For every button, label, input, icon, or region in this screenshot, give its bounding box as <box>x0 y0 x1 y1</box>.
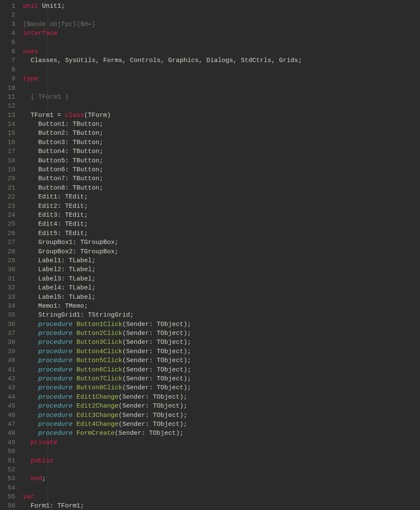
code-line[interactable]: Button8: TButton; <box>23 184 420 193</box>
code-line[interactable] <box>23 65 420 74</box>
line-number: 35 <box>0 311 15 320</box>
code-token: Unit1 <box>42 3 61 10</box>
code-token: public <box>31 457 54 465</box>
code-line[interactable]: Classes, SysUtils, Forms, Controls, Grap… <box>23 56 420 65</box>
code-line[interactable] <box>23 11 420 20</box>
code-token: GroupBox1: TGroupBox; <box>23 239 118 246</box>
code-token <box>23 457 31 465</box>
code-editor[interactable]: 1234567891011121314151617181920212223242… <box>0 0 420 510</box>
code-line[interactable]: Button5: TButton; <box>23 156 420 165</box>
code-area[interactable]: unit Unit1;{$mode objfpc}{$H+}interfaceu… <box>20 0 420 510</box>
code-line[interactable]: TForm1 = class(TForm) <box>23 111 420 120</box>
code-line[interactable]: Button1: TButton; <box>23 120 420 129</box>
line-number: 49 <box>0 438 15 447</box>
code-line[interactable]: StringGrid1: TStringGrid; <box>23 311 420 320</box>
code-line[interactable] <box>23 102 420 110</box>
code-line[interactable]: Label4: TLabel; <box>23 283 420 292</box>
line-number: 28 <box>0 247 15 256</box>
code-line[interactable]: private <box>23 438 420 447</box>
code-line[interactable]: Form1: TForm1; <box>23 502 420 510</box>
code-token <box>23 348 38 355</box>
code-token: Button2: TButton; <box>23 130 103 137</box>
code-line[interactable]: procedure Button5Click(Sender: TObject); <box>23 356 420 365</box>
line-number: 25 <box>0 220 15 229</box>
code-line[interactable]: procedure Button7Click(Sender: TObject); <box>23 374 420 383</box>
code-token <box>73 421 76 428</box>
code-line[interactable]: public <box>23 456 420 465</box>
code-line[interactable]: Label3: TLabel; <box>23 275 420 283</box>
line-number: 4 <box>0 29 15 38</box>
code-token: Label5: TLabel; <box>23 294 96 301</box>
code-line[interactable]: Edit3: TEdit; <box>23 211 420 220</box>
line-number: 55 <box>0 493 15 502</box>
code-line[interactable]: procedure FormCreate(Sender: TObject); <box>23 429 420 438</box>
code-line[interactable]: uses <box>23 47 420 56</box>
code-line[interactable]: procedure Button3Click(Sender: TObject); <box>23 338 420 347</box>
code-line[interactable]: Edit1: TEdit; <box>23 193 420 201</box>
code-line[interactable] <box>23 38 420 47</box>
code-line[interactable]: procedure Edit2Change(Sender: TObject); <box>23 402 420 411</box>
code-line[interactable]: Button2: TButton; <box>23 129 420 138</box>
code-token: (Sender: TObject); <box>122 321 191 328</box>
code-line[interactable]: type <box>23 74 420 83</box>
code-token: procedure <box>38 384 73 391</box>
code-token: procedure <box>38 348 73 355</box>
code-token <box>73 375 76 382</box>
code-line[interactable] <box>23 447 420 456</box>
line-number: 53 <box>0 474 15 483</box>
code-token: Button6: TButton; <box>23 166 103 173</box>
line-number: 22 <box>0 193 15 201</box>
code-line[interactable]: procedure Button6Click(Sender: TObject); <box>23 366 420 374</box>
code-line[interactable] <box>23 484 420 493</box>
code-line[interactable]: procedure Button2Click(Sender: TObject); <box>23 329 420 338</box>
code-token: Edit2Change <box>76 402 118 410</box>
code-line[interactable]: Label5: TLabel; <box>23 293 420 302</box>
code-line[interactable]: GroupBox2: TGroupBox; <box>23 247 420 256</box>
code-token: GroupBox2: TGroupBox; <box>23 248 118 255</box>
code-line[interactable]: unit Unit1; <box>23 2 420 11</box>
code-line[interactable]: procedure Edit3Change(Sender: TObject); <box>23 411 420 420</box>
code-line[interactable]: Memo1: TMemo; <box>23 302 420 311</box>
code-line[interactable]: Button6: TButton; <box>23 165 420 174</box>
code-line[interactable]: Button7: TButton; <box>23 174 420 183</box>
code-line[interactable]: Button4: TButton; <box>23 147 420 156</box>
code-token <box>23 357 38 364</box>
code-line[interactable]: { TForm1 } <box>23 93 420 102</box>
code-line[interactable]: procedure Edit1Change(Sender: TObject); <box>23 393 420 402</box>
code-line[interactable]: Label2: TLabel; <box>23 265 420 274</box>
line-number: 19 <box>0 165 15 174</box>
code-token: procedure <box>38 421 73 428</box>
code-line[interactable]: Edit4: TEdit; <box>23 220 420 229</box>
code-token: procedure <box>38 402 73 410</box>
code-token: (Sender: TObject); <box>122 384 191 391</box>
code-token: Button3Click <box>76 339 122 346</box>
line-number: 11 <box>0 93 15 102</box>
code-token <box>73 402 76 410</box>
code-line[interactable]: Label1: TLabel; <box>23 256 420 265</box>
code-line[interactable]: procedure Button4Click(Sender: TObject); <box>23 347 420 356</box>
code-token: Button1: TButton; <box>23 121 103 128</box>
code-line[interactable] <box>23 465 420 474</box>
code-line[interactable]: procedure Edit4Change(Sender: TObject); <box>23 420 420 429</box>
code-token: uses <box>23 48 38 55</box>
code-token: Form1: TForm1; <box>23 502 84 510</box>
code-token: procedure <box>38 321 73 328</box>
line-number: 24 <box>0 211 15 220</box>
line-number: 5 <box>0 38 15 47</box>
code-line[interactable]: end; <box>23 474 420 483</box>
code-line[interactable]: Edit2: TEdit; <box>23 202 420 211</box>
code-line[interactable]: Button3: TButton; <box>23 138 420 147</box>
code-token: end <box>31 475 42 482</box>
code-line[interactable]: var <box>23 493 420 502</box>
code-line[interactable] <box>23 84 420 93</box>
line-number: 51 <box>0 456 15 465</box>
code-line[interactable]: {$mode objfpc}{$H+} <box>23 20 420 29</box>
code-line[interactable]: interface <box>23 29 420 38</box>
code-line[interactable]: procedure Button8Click(Sender: TObject); <box>23 383 420 392</box>
code-line[interactable]: Edit5: TEdit; <box>23 229 420 238</box>
code-line[interactable]: procedure Button1Click(Sender: TObject); <box>23 320 420 329</box>
code-token: procedure <box>38 375 73 382</box>
line-number: 47 <box>0 420 15 429</box>
code-line[interactable]: GroupBox1: TGroupBox; <box>23 238 420 247</box>
line-number: 33 <box>0 293 15 302</box>
